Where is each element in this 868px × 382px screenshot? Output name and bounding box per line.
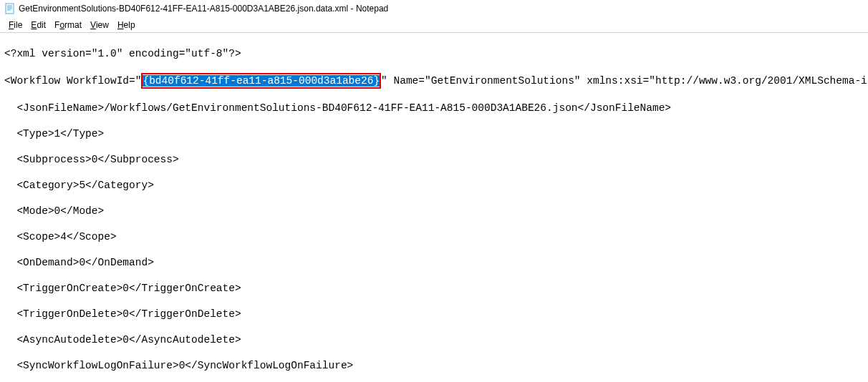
menu-format[interactable]: Format xyxy=(50,19,86,31)
title-bar: GetEnvironmentSolutions-BD40F612-41FF-EA… xyxy=(0,0,868,17)
xml-part: <Workflow WorkflowId=" xyxy=(4,75,141,87)
xml-line: <SyncWorkflowLogOnFailure>0</SyncWorkflo… xyxy=(4,359,864,372)
xml-line: <TriggerOnCreate>0</TriggerOnCreate> xyxy=(4,282,864,295)
selected-brace-close: } xyxy=(373,75,380,87)
xml-line: <Scope>4</Scope> xyxy=(4,230,864,243)
menu-view[interactable]: View xyxy=(86,19,113,31)
xml-line: <OnDemand>0</OnDemand> xyxy=(4,256,864,269)
xml-line: <AsyncAutodelete>0</AsyncAutodelete> xyxy=(4,333,864,346)
xml-line: <Subprocess>0</Subprocess> xyxy=(4,153,864,166)
xml-line: <Workflow WorkflowId="{bd40f612-41ff-ea1… xyxy=(4,73,864,89)
xml-line: <Category>5</Category> xyxy=(4,179,864,192)
highlighted-guid-box: {bd40f612-41ff-ea11-a815-000d3a1abe26} xyxy=(141,73,381,89)
menu-bar: File Edit Format View Help xyxy=(0,17,868,33)
selected-brace-open: { xyxy=(143,75,149,87)
selected-guid: bd40f612-41ff-ea11-a815-000d3a1abe26 xyxy=(149,75,373,87)
text-editor-content[interactable]: <?xml version="1.0" encoding="utf-8"?> <… xyxy=(0,33,868,382)
xml-line: <Mode>0</Mode> xyxy=(4,205,864,217)
xml-line: <TriggerOnDelete>0</TriggerOnDelete> xyxy=(4,308,864,320)
notepad-icon xyxy=(4,3,16,14)
menu-edit[interactable]: Edit xyxy=(26,19,50,31)
xml-line: <Type>1</Type> xyxy=(4,127,864,140)
xml-part: " Name="GetEnvironmentSolutions" xmlns:x… xyxy=(381,75,868,87)
xml-line: <JsonFileName>/Workflows/GetEnvironmentS… xyxy=(4,102,864,114)
menu-help[interactable]: Help xyxy=(113,19,140,31)
xml-line: <?xml version="1.0" encoding="utf-8"?> xyxy=(4,47,864,60)
menu-file[interactable]: File xyxy=(4,19,26,31)
window-title: GetEnvironmentSolutions-BD40F612-41FF-EA… xyxy=(19,4,388,14)
